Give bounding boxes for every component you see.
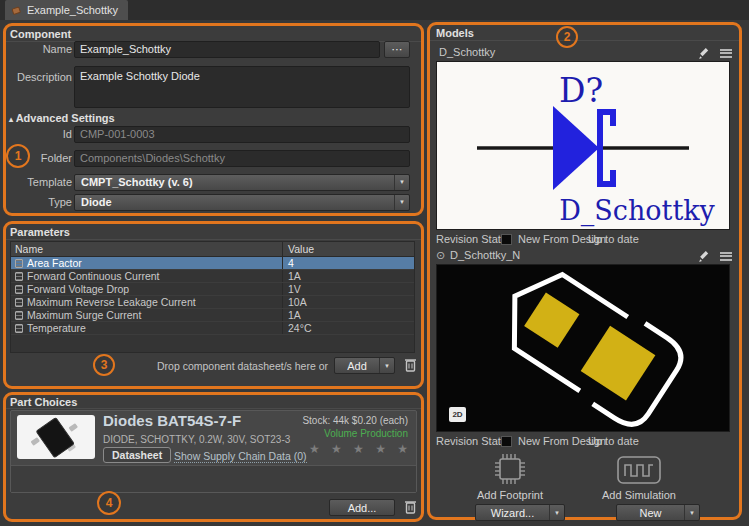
add-footprint-chip-icon[interactable] xyxy=(490,449,530,489)
datasheet-button[interactable]: Datasheet xyxy=(103,447,171,463)
template-value: CMPT_Schottky (v. 6) xyxy=(81,176,193,188)
parameter-name-cell[interactable]: Area Factor xyxy=(11,257,282,269)
supply-chain-link[interactable]: Show Supply Chain Data (0) xyxy=(174,450,307,463)
symbol-preview-canvas[interactable]: D? D_Schottky xyxy=(436,61,730,230)
type-value: Diode xyxy=(81,196,112,208)
description-field[interactable]: Example Schottky Diode xyxy=(74,66,410,108)
parameter-name-cell[interactable]: Maximum Reverse Leakage Current xyxy=(11,296,282,308)
models-section-title: Models xyxy=(436,27,474,39)
new-label: New xyxy=(617,507,684,519)
parameter-name: Maximum Surge Current xyxy=(27,309,141,321)
name-field[interactable]: Example_Schottky xyxy=(74,41,380,58)
symbol-model-name[interactable]: D_Schottky xyxy=(439,46,495,58)
type-label: Type xyxy=(10,196,72,208)
parameter-name-cell[interactable]: Temperature xyxy=(11,322,282,334)
parameter-name-cell[interactable]: Maximum Surge Current xyxy=(11,309,282,321)
footprint-pad-large xyxy=(581,326,656,401)
component-icon xyxy=(11,5,22,16)
table-row[interactable]: Area Factor4 xyxy=(11,257,414,270)
lifecycle-status: Volume Production xyxy=(324,428,408,439)
parameter-name: Forward Voltage Drop xyxy=(27,283,129,295)
add-part-choice-button[interactable]: Add... xyxy=(329,499,395,516)
parameters-table-header: Name Value xyxy=(11,242,414,257)
advanced-settings-header[interactable]: ▴ Advanced Settings xyxy=(9,112,115,124)
divider xyxy=(430,40,739,41)
edit-pencil-icon[interactable] xyxy=(696,249,712,263)
parameter-value-cell[interactable]: 1A xyxy=(282,309,414,321)
parameter-name-cell[interactable]: Forward Continuous Current xyxy=(11,270,282,282)
footprint-target-icon[interactable]: ⊙ xyxy=(436,249,445,262)
divider xyxy=(6,408,421,409)
parameter-name-cell[interactable]: Forward Voltage Drop xyxy=(11,283,282,295)
parameter-name: Maximum Reverse Leakage Current xyxy=(27,296,196,308)
advanced-settings-label: Advanced Settings xyxy=(16,112,115,124)
divider xyxy=(6,239,421,240)
tab-example-schottky[interactable]: Example_Schottky xyxy=(5,0,128,20)
parameters-section-title: Parameters xyxy=(10,226,70,238)
table-row[interactable]: Temperature24°C xyxy=(11,322,414,335)
simulation-new-button[interactable]: New ▼ xyxy=(616,504,700,521)
view-2d-button[interactable]: 2D xyxy=(449,407,466,422)
parameter-value-cell[interactable]: 4 xyxy=(282,257,414,269)
parameter-name: Area Factor xyxy=(27,257,82,269)
trash-icon[interactable] xyxy=(404,357,417,373)
column-header-name[interactable]: Name xyxy=(11,243,282,255)
footprint-model-name[interactable]: D_Schottky_N xyxy=(450,249,520,261)
chevron-down-icon: ▼ xyxy=(549,505,564,520)
revision-state-label: Revision State: xyxy=(436,233,510,245)
folder-field: Components\Diodes\Schottky xyxy=(74,150,410,167)
star-rating[interactable]: ★ ★ ★ ★ ★ xyxy=(309,442,412,456)
tab-bar: Example_Schottky xyxy=(0,0,749,20)
edit-pencil-icon[interactable] xyxy=(696,46,712,60)
name-label: Name xyxy=(10,43,72,55)
parameter-icon xyxy=(15,272,23,281)
collapse-icon: ▴ xyxy=(9,115,13,124)
footprint-preview-canvas[interactable]: 2D xyxy=(436,264,730,432)
component-section-title: Component xyxy=(10,28,71,40)
add-simulation-wave-icon[interactable] xyxy=(616,455,662,485)
add-parameter-button[interactable]: Add ▼ xyxy=(334,357,395,374)
template-dropdown[interactable]: CMPT_Schottky (v. 6) ▼ xyxy=(74,174,410,191)
card-footer-strip xyxy=(11,465,416,492)
parameter-value-cell[interactable]: 1V xyxy=(282,283,414,295)
menu-icon[interactable] xyxy=(718,46,734,60)
parameter-name: Forward Continuous Current xyxy=(27,270,159,282)
parameter-name: Temperature xyxy=(27,322,86,334)
trash-icon[interactable] xyxy=(404,499,417,515)
tab-label: Example_Schottky xyxy=(27,4,118,16)
revision-status: Up to date xyxy=(588,233,639,245)
column-header-value[interactable]: Value xyxy=(282,242,414,256)
parameters-section: Parameters Name Value Area Factor4Forwar… xyxy=(3,221,424,389)
symbol-designator: D? xyxy=(559,71,603,110)
footprint-pad-small xyxy=(524,292,579,347)
symbol-label: D_Schottky xyxy=(559,195,715,227)
add-footprint-label: Add Footprint xyxy=(448,489,572,501)
parameters-table: Name Value Area Factor4Forward Continuou… xyxy=(10,241,415,353)
parameter-value-cell[interactable]: 1A xyxy=(282,270,414,282)
parameter-icon xyxy=(15,285,23,294)
chevron-down-icon: ▼ xyxy=(394,195,409,210)
table-row[interactable]: Forward Voltage Drop1V xyxy=(11,283,414,296)
stock-info: Stock: 44k $0.20 (each) xyxy=(302,415,408,426)
description-label: Description xyxy=(10,71,72,83)
parameter-icon xyxy=(15,311,23,320)
id-field: CMP-001-0003 xyxy=(74,126,410,143)
parameter-icon xyxy=(15,324,23,333)
chevron-down-icon: ▼ xyxy=(379,358,394,373)
table-row[interactable]: Maximum Surge Current1A xyxy=(11,309,414,322)
part-choice-card[interactable]: Diodes BAT54S-7-F DIODE, SCHOTTKY, 0.2W,… xyxy=(10,410,417,493)
revision-state-label: Revision State: xyxy=(436,435,510,447)
parameter-value-cell[interactable]: 24°C xyxy=(282,322,414,334)
table-row[interactable]: Forward Continuous Current1A xyxy=(11,270,414,283)
table-row[interactable]: Maximum Reverse Leakage Current10A xyxy=(11,296,414,309)
part-title[interactable]: Diodes BAT54S-7-F xyxy=(103,412,241,429)
component-section: Component Name Example_Schottky ⋯ Descri… xyxy=(3,23,424,216)
parameter-icon xyxy=(15,259,23,268)
models-section: Models D_Schottky D? D_Schottky Revision… xyxy=(427,22,742,520)
chevron-down-icon: ▼ xyxy=(684,505,699,520)
type-dropdown[interactable]: Diode ▼ xyxy=(74,194,410,211)
menu-icon[interactable] xyxy=(718,249,734,263)
parameter-value-cell[interactable]: 10A xyxy=(282,296,414,308)
footprint-wizard-button[interactable]: Wizard... ▼ xyxy=(475,504,565,521)
name-more-button[interactable]: ⋯ xyxy=(384,41,410,58)
